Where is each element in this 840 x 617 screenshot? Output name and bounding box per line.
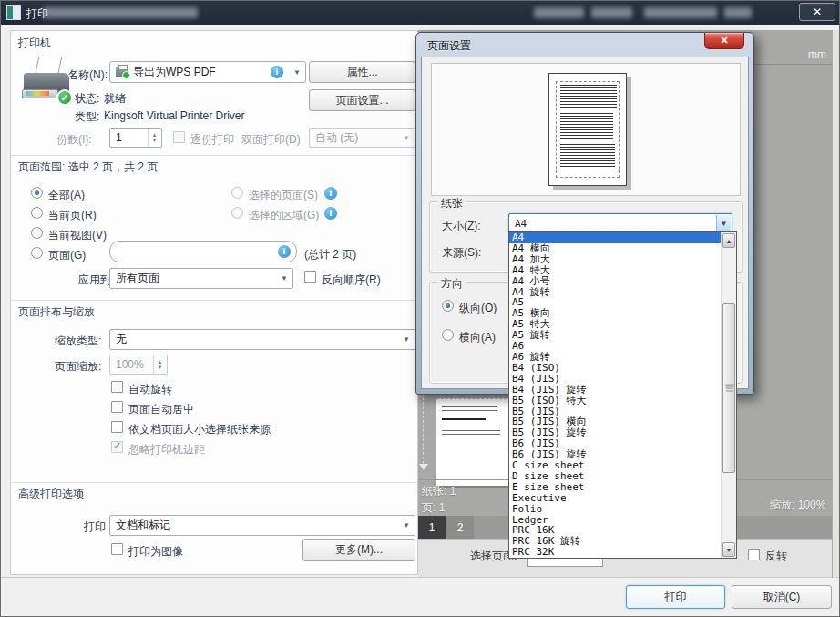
auto-rotate-label: 自动旋转 xyxy=(128,382,172,397)
apply-to-combobox[interactable]: 所有页面 ▼ xyxy=(109,268,293,289)
page-setup-close-button[interactable]: ✕ xyxy=(704,33,744,49)
paper-size-option[interactable]: A6 xyxy=(509,341,721,352)
pages-range-info-icon[interactable] xyxy=(278,245,291,258)
paper-size-option[interactable]: A4 加大 xyxy=(509,254,721,265)
dropdown-scroll-up-icon[interactable]: ▲ xyxy=(722,233,735,248)
reverse-checkbox[interactable] xyxy=(748,549,760,560)
auto-center-label: 页面自动居中 xyxy=(128,402,194,417)
paper-size-option[interactable]: Executive xyxy=(509,493,721,504)
paper-size-value: A4 xyxy=(515,218,527,230)
paper-size-option[interactable]: PRC 32K xyxy=(509,547,721,558)
layout-section-title: 页面排布与缩放 xyxy=(18,304,95,320)
dropdown-scroll-down-icon[interactable]: ▼ xyxy=(722,542,735,557)
paper-source-checkbox[interactable] xyxy=(111,421,123,433)
print-what-value: 文档和标记 xyxy=(116,518,170,533)
advanced-print-label: 打印 xyxy=(84,519,106,535)
print-what-combo-arrow-icon[interactable]: ▼ xyxy=(399,517,414,534)
paper-size-option[interactable]: Ledger xyxy=(509,515,721,526)
ignore-margin-checkbox[interactable] xyxy=(111,441,123,453)
scale-type-combo-arrow-icon[interactable]: ▼ xyxy=(399,331,414,348)
paper-preview-page xyxy=(548,73,627,186)
paper-size-option[interactable]: A4 小号 xyxy=(509,276,721,287)
paper-size-combo-arrow-icon[interactable]: ▼ xyxy=(716,215,731,231)
paper-size-option[interactable]: PRC 16K 旋转 xyxy=(509,536,721,547)
range-selected-region-label: 选择的区域(G) xyxy=(249,208,319,223)
type-label: 类型: xyxy=(75,109,99,125)
printer-combo-arrow-icon[interactable]: ▼ xyxy=(290,63,304,81)
paper-size-option[interactable]: B5 (JIS) 旋转 xyxy=(509,427,721,438)
printer-info-icon[interactable] xyxy=(271,66,283,78)
paper-size-option[interactable]: A4 横向 xyxy=(509,243,721,254)
range-current-view-radio[interactable] xyxy=(31,227,43,239)
paper-size-option[interactable]: B6 (JIS) xyxy=(509,438,721,449)
margin-guide-arrow-icon[interactable] xyxy=(419,464,428,470)
preview-vertical-scrollbar[interactable] xyxy=(832,30,840,577)
range-pages-radio[interactable] xyxy=(31,247,43,259)
paper-size-option[interactable]: B4 (ISO) xyxy=(509,363,721,374)
auto-center-checkbox[interactable] xyxy=(111,401,123,413)
paper-size-option[interactable]: B4 (JIS) 旋转 xyxy=(509,385,721,396)
properties-button[interactable]: 属性... xyxy=(309,61,415,83)
paper-size-label: 大小(Z): xyxy=(442,219,481,234)
page-range-section-title: 页面范围: 选中 2 页，共 2 页 xyxy=(18,159,158,175)
page-scale-stepper[interactable]: 100% ▲▼ xyxy=(109,355,168,375)
paper-size-option[interactable]: B4 (JIS) xyxy=(509,374,721,385)
apply-to-combo-arrow-icon[interactable]: ▼ xyxy=(277,270,292,287)
paper-size-option[interactable]: D size sheet xyxy=(509,471,721,482)
paper-size-combobox[interactable]: A4 ▼ xyxy=(508,213,732,233)
printer-ready-check-icon: ✓ xyxy=(56,89,73,106)
range-selected-region-radio[interactable] xyxy=(231,207,243,219)
auto-rotate-checkbox[interactable] xyxy=(111,381,123,393)
page-thumbnail-2[interactable]: 2 xyxy=(446,516,474,539)
selected-pages-info-icon[interactable] xyxy=(324,187,337,200)
paper-source-label: 依文档页面大小选择纸张来源 xyxy=(128,422,271,437)
paper-size-option[interactable]: A5 xyxy=(509,297,721,308)
range-current-page-radio[interactable] xyxy=(31,207,43,219)
cancel-button[interactable]: 取消(C) xyxy=(732,585,832,609)
paper-size-option[interactable]: C size sheet xyxy=(509,460,721,471)
range-selected-pages-radio[interactable] xyxy=(231,187,243,199)
paper-size-option[interactable]: A4 xyxy=(509,232,721,243)
dropdown-scroll-thumb[interactable] xyxy=(722,303,735,473)
paper-size-option[interactable]: B5 (JIS) 横向 xyxy=(509,416,721,427)
print-button[interactable]: 打印 xyxy=(626,585,725,609)
pages-range-input[interactable] xyxy=(109,241,297,262)
page-setup-button[interactable]: 页面设置... xyxy=(309,89,415,111)
collate-checkbox[interactable] xyxy=(173,131,185,143)
range-current-page-label: 当前页(R) xyxy=(48,208,97,223)
copies-stepper[interactable]: 1 ▲▼ xyxy=(109,128,162,148)
landscape-radio[interactable] xyxy=(442,329,454,341)
advanced-section-title: 高级打印选项 xyxy=(18,487,84,502)
paper-size-option[interactable]: B5 (ISO) 特大 xyxy=(509,396,721,406)
print-what-combobox[interactable]: 文档和标记 ▼ xyxy=(109,515,415,536)
duplex-value: 自动 (无) xyxy=(315,130,358,146)
dropdown-scrollbar[interactable]: ▲ ▼ xyxy=(721,232,736,558)
reverse-order-checkbox[interactable] xyxy=(304,271,316,283)
print-as-image-checkbox[interactable] xyxy=(111,543,123,555)
paper-size-option[interactable]: A4 旋转 xyxy=(509,287,721,298)
paper-size-option[interactable]: A4 特大 xyxy=(509,265,721,276)
status-value: 就绪 xyxy=(104,91,126,107)
title-bar: 打印 ✕ xyxy=(1,1,839,25)
scale-type-combobox[interactable]: 无 ▼ xyxy=(109,329,415,350)
paper-size-option[interactable]: Folio xyxy=(509,504,721,515)
page-thumbnail-1[interactable]: 1 xyxy=(418,516,446,539)
window-close-button[interactable]: ✕ xyxy=(799,3,835,21)
selected-region-info-icon[interactable] xyxy=(324,207,337,220)
paper-size-option[interactable]: B6 (JIS) 旋转 xyxy=(509,449,721,460)
paper-size-option[interactable]: PRC 16K xyxy=(509,525,721,536)
copies-spinner-arrows-icon[interactable]: ▲▼ xyxy=(148,129,160,147)
duplex-combobox[interactable]: 自动 (无) ▼ xyxy=(309,128,415,148)
redacted-status-3 xyxy=(644,7,717,18)
printer-name-combobox[interactable]: 导出为WPS PDF ▼ xyxy=(109,61,306,83)
paper-size-option[interactable]: A5 特大 xyxy=(509,319,721,330)
paper-size-option[interactable]: A5 横向 xyxy=(509,308,721,319)
paper-size-option[interactable]: A5 旋转 xyxy=(509,330,721,341)
paper-size-option[interactable]: B5 (JIS) xyxy=(509,406,721,417)
paper-size-option[interactable]: E size sheet xyxy=(509,482,721,493)
more-button[interactable]: 更多(M)... xyxy=(302,539,415,561)
portrait-radio[interactable] xyxy=(442,300,454,312)
paper-size-option[interactable]: A6 旋转 xyxy=(509,352,721,363)
range-all-radio[interactable] xyxy=(31,187,43,199)
ruler-unit-label: mm xyxy=(808,48,826,61)
